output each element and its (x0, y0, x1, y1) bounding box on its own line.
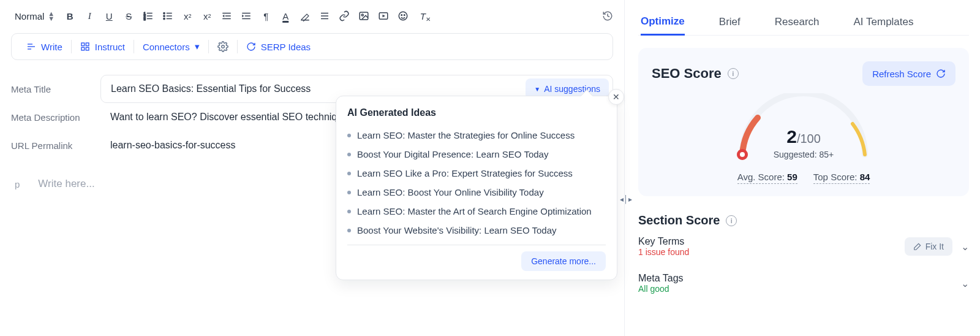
idea-text: Learn SEO: Boost Your Online Visibility … (357, 187, 544, 197)
svg-rect-34 (81, 47, 85, 50)
image-icon[interactable] (358, 8, 369, 24)
tab-optimize[interactable]: Optimize (641, 9, 685, 36)
paragraph-icon[interactable]: ¶ (260, 8, 271, 24)
chevron-down-icon[interactable]: ⌄ (961, 278, 969, 289)
info-icon[interactable]: i (726, 215, 737, 226)
section-score-title: Section Score (638, 213, 720, 227)
idea-text: Learn SEO: Master the Art of Search Engi… (357, 206, 592, 216)
seo-score-value: 2 (786, 126, 797, 147)
sort-icon: ▲▼ (48, 11, 55, 21)
generate-more-button[interactable]: Generate more... (521, 251, 606, 271)
svg-point-36 (221, 45, 224, 48)
bullet-icon (347, 172, 351, 175)
svg-marker-25 (383, 15, 386, 18)
chevron-down-icon[interactable]: ⌄ (961, 241, 969, 253)
highlight-icon[interactable] (300, 8, 311, 24)
svg-text:3: 3 (144, 17, 146, 21)
url-permalink-value[interactable]: learn-seo-basics-for-success (100, 140, 236, 151)
section-row-key-terms[interactable]: Key Terms 1 issue found Fix It ⌄ (638, 236, 969, 257)
paragraph-style-label: Normal (15, 11, 44, 21)
tab-ai-templates[interactable]: AI Templates (854, 9, 914, 36)
meta-description-label: Meta Description (11, 112, 100, 123)
unordered-list-icon[interactable] (162, 8, 173, 24)
connectors-button[interactable]: Connectors ▾ (134, 37, 208, 56)
refresh-score-label: Refresh Score (872, 69, 931, 79)
grid-icon (80, 42, 90, 52)
formatting-toolbar: Normal ▲▼ B I U S 123 x2 x2 ¶ A (11, 4, 613, 28)
superscript-icon[interactable]: x2 (202, 8, 213, 24)
bold-icon[interactable]: B (64, 8, 75, 24)
svg-rect-33 (86, 43, 89, 46)
strikethrough-icon[interactable]: S (123, 8, 134, 24)
clear-format-icon[interactable]: T✕ (417, 8, 428, 24)
idea-item[interactable]: Boost Your Digital Presence: Learn SEO T… (347, 145, 606, 164)
section-row-meta-tags[interactable]: Meta Tags All good ⌄ (638, 273, 969, 294)
caret-down-icon: ▼ (534, 86, 540, 93)
wand-icon (913, 242, 922, 251)
outdent-icon[interactable] (221, 8, 232, 24)
ordered-list-icon[interactable]: 123 (143, 8, 154, 24)
bullet-icon (347, 153, 351, 156)
tab-brief[interactable]: Brief (719, 9, 741, 36)
connectors-label: Connectors (143, 42, 190, 52)
svg-point-6 (164, 12, 165, 13)
svg-point-26 (399, 12, 407, 20)
caret-down-icon: ▾ (195, 41, 200, 52)
svg-rect-18 (301, 20, 309, 21)
refresh-score-button[interactable]: Refresh Score (862, 61, 956, 86)
text-color-icon[interactable]: A (280, 8, 291, 24)
meta-title-label: Meta Title (11, 84, 100, 94)
subscript-icon[interactable]: x2 (182, 8, 193, 24)
svg-point-27 (401, 15, 402, 16)
bullet-icon (347, 229, 351, 232)
info-icon[interactable]: i (728, 68, 739, 79)
idea-item[interactable]: Boost Your Website's Visibility: Learn S… (347, 221, 606, 240)
history-icon[interactable] (602, 8, 613, 24)
idea-item[interactable]: Learn SEO: Master the Strategies for Onl… (347, 126, 606, 145)
idea-text: Boost Your Digital Presence: Learn SEO T… (357, 149, 548, 159)
section-item-status: 1 issue found (638, 247, 905, 257)
fix-it-button[interactable]: Fix It (905, 237, 952, 256)
paragraph-style-select[interactable]: Normal ▲▼ (11, 9, 58, 24)
close-icon[interactable]: ✕ (608, 89, 624, 105)
svg-point-8 (164, 15, 165, 17)
idea-item[interactable]: Learn SEO Like a Pro: Expert Strategies … (347, 164, 606, 183)
seo-score-title: SEO Score (652, 66, 722, 82)
meta-title-value: Learn SEO Basics: Essential Tips for Suc… (111, 83, 526, 94)
idea-item[interactable]: Learn SEO: Boost Your Online Visibility … (347, 183, 606, 202)
align-icon[interactable] (319, 8, 330, 24)
tab-research[interactable]: Research (775, 9, 820, 36)
idea-item[interactable]: Learn SEO: Master the Art of Search Engi… (347, 202, 606, 221)
ai-toolbar: Write Instruct Connectors ▾ SERP Ideas (11, 33, 613, 60)
avg-score: Avg. Score: 59 (737, 172, 797, 184)
section-item-name: Meta Tags (638, 273, 961, 284)
settings-button[interactable] (209, 37, 237, 56)
idea-text: Learn SEO Like a Pro: Expert Strategies … (357, 168, 573, 178)
video-icon[interactable] (378, 8, 389, 24)
refresh-icon (936, 69, 946, 78)
section-item-status: All good (638, 284, 961, 294)
meta-description-value[interactable]: Want to learn SEO? Discover essential SE… (100, 112, 353, 123)
link-icon[interactable] (339, 8, 350, 24)
instruct-button[interactable]: Instruct (72, 38, 134, 56)
instruct-label: Instruct (95, 42, 125, 52)
seo-score-of: /100 (797, 132, 821, 145)
ai-ideas-popover: ✕ AI Generated Ideas Learn SEO: Master t… (336, 96, 617, 280)
idea-text: Boost Your Website's Visibility: Learn S… (357, 225, 557, 235)
editor-area[interactable]: Write here... (38, 178, 94, 190)
fix-it-label: Fix It (925, 242, 944, 251)
write-button[interactable]: Write (18, 38, 71, 56)
indent-icon[interactable] (241, 8, 252, 24)
svg-point-23 (361, 14, 363, 16)
paragraph-indicator: p (11, 178, 20, 189)
popover-title: AI Generated Ideas (347, 107, 606, 118)
serp-ideas-button[interactable]: SERP Ideas (238, 38, 319, 56)
emoji-icon[interactable] (398, 8, 409, 24)
underline-icon[interactable]: U (104, 8, 115, 24)
suggested-score: Suggested: 85+ (724, 150, 883, 159)
write-lines-icon (26, 42, 36, 52)
resize-handle[interactable]: ◂│▸ (620, 195, 632, 204)
bullet-icon (347, 191, 351, 194)
gear-icon (217, 41, 228, 52)
italic-icon[interactable]: I (84, 8, 95, 24)
